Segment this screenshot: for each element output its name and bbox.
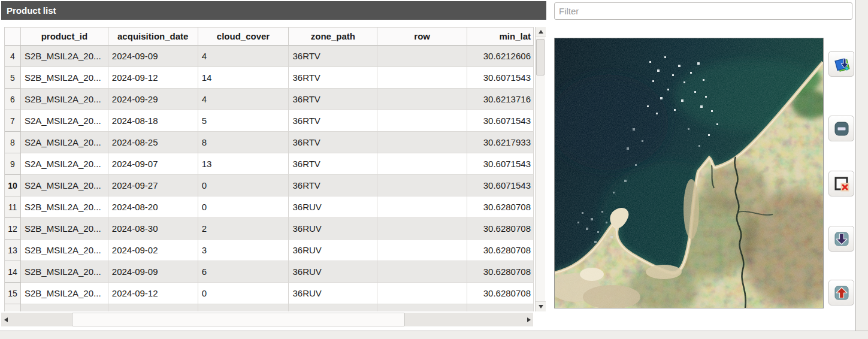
cell-row[interactable] (377, 283, 467, 304)
cell-zone-path[interactable]: 36RTV (289, 175, 377, 196)
cell-row[interactable] (377, 261, 467, 283)
cell-acquisition-date[interactable]: 2024-09-09 (108, 46, 198, 67)
cell-min-lat[interactable]: 30.6071543 (467, 153, 534, 175)
cell-product-id[interactable]: S2A_MSIL2A_20... (21, 175, 108, 196)
cell-product-id[interactable]: S2B_MSIL2A_20... (21, 304, 108, 311)
clear-selection-button[interactable] (828, 171, 854, 196)
row-number-cell[interactable]: 13 (5, 240, 21, 261)
cell-zone-path[interactable]: 36RTV (289, 67, 377, 89)
header-row[interactable]: row (377, 28, 467, 46)
table-row[interactable]: 16 S2B_MSIL2A_20... 2024-09-29 1 36RUV 3… (5, 304, 534, 311)
scroll-right-button[interactable] (524, 313, 533, 326)
cell-cloud-cover[interactable]: 13 (198, 153, 289, 175)
cell-min-lat[interactable]: 30.6280708 (467, 283, 534, 304)
cell-min-lat[interactable]: 30.6071543 (467, 67, 534, 89)
cell-acquisition-date[interactable]: 2024-09-29 (108, 304, 198, 311)
cell-acquisition-date[interactable]: 2024-08-18 (108, 110, 198, 132)
cell-product-id[interactable]: S2B_MSIL2A_20... (21, 261, 108, 283)
cell-product-id[interactable]: S2B_MSIL2A_20... (21, 283, 108, 304)
cell-min-lat[interactable]: 30.6071543 (467, 175, 534, 196)
cell-row[interactable] (377, 240, 467, 261)
cell-min-lat[interactable]: 30.6280708 (467, 218, 534, 240)
move-down-button[interactable] (828, 226, 854, 252)
cell-min-lat[interactable]: 30.6212606 (467, 46, 534, 67)
cell-zone-path[interactable]: 36RUV (289, 283, 377, 304)
table-row[interactable]: 5 S2B_MSIL2A_20... 2024-09-12 14 36RTV 3… (5, 67, 534, 89)
cell-zone-path[interactable]: 36RUV (289, 196, 377, 218)
cell-min-lat[interactable]: 30.6071543 (467, 110, 534, 132)
row-number-cell[interactable]: 11 (5, 196, 21, 218)
cell-acquisition-date[interactable]: 2024-09-07 (108, 153, 198, 175)
scroll-down-button[interactable] (536, 301, 546, 311)
cell-zone-path[interactable]: 36RUV (289, 240, 377, 261)
vscroll-thumb[interactable] (536, 39, 545, 75)
cell-cloud-cover[interactable]: 0 (198, 283, 289, 304)
table-row[interactable]: 4 S2B_MSIL2A_20... 2024-09-09 4 36RTV 30… (5, 46, 534, 67)
cell-cloud-cover[interactable]: 4 (198, 46, 289, 67)
cell-product-id[interactable]: S2A_MSIL2A_20... (21, 132, 108, 153)
row-number-cell[interactable]: 10 (5, 175, 21, 196)
cell-row[interactable] (377, 110, 467, 132)
row-number-cell[interactable]: 5 (5, 67, 21, 89)
cell-product-id[interactable]: S2B_MSIL2A_20... (21, 67, 108, 89)
scroll-left-button[interactable] (1, 313, 10, 326)
cell-zone-path[interactable]: 36RUV (289, 304, 377, 311)
table-row[interactable]: 8 S2A_MSIL2A_20... 2024-08-25 8 36RTV 30… (5, 132, 534, 153)
header-zone-path[interactable]: zone_path (289, 28, 377, 46)
cell-zone-path[interactable]: 36RTV (289, 153, 377, 175)
cell-acquisition-date[interactable]: 2024-09-27 (108, 175, 198, 196)
cell-min-lat[interactable]: 30.6213716 (467, 89, 534, 110)
hscroll-thumb[interactable] (72, 313, 405, 326)
row-number-cell[interactable]: 9 (5, 153, 21, 175)
map-preview[interactable] (554, 38, 824, 308)
cell-row[interactable] (377, 46, 467, 67)
cell-row[interactable] (377, 196, 467, 218)
cell-acquisition-date[interactable]: 2024-09-02 (108, 240, 198, 261)
cell-product-id[interactable]: S2B_MSIL2A_20... (21, 196, 108, 218)
table-row[interactable]: 14 S2B_MSIL2A_20... 2024-09-09 6 36RUV 3… (5, 261, 534, 283)
cell-cloud-cover[interactable]: 14 (198, 67, 289, 89)
cell-acquisition-date[interactable]: 2024-08-30 (108, 218, 198, 240)
header-corner[interactable] (5, 28, 21, 46)
cell-row[interactable] (377, 153, 467, 175)
row-number-cell[interactable]: 8 (5, 132, 21, 153)
cell-acquisition-date[interactable]: 2024-09-12 (108, 283, 198, 304)
cell-acquisition-date[interactable]: 2024-08-20 (108, 196, 198, 218)
cell-product-id[interactable]: S2B_MSIL2A_20... (21, 240, 108, 261)
cell-row[interactable] (377, 89, 467, 110)
header-product-id[interactable]: product_id (21, 28, 108, 46)
row-number-cell[interactable]: 4 (5, 46, 21, 67)
table-row[interactable]: 7 S2A_MSIL2A_20... 2024-08-18 5 36RTV 30… (5, 110, 534, 132)
cell-min-lat[interactable]: 30.6280708 (467, 196, 534, 218)
table-row[interactable]: 9 S2A_MSIL2A_20... 2024-09-07 13 36RTV 3… (5, 153, 534, 175)
cell-zone-path[interactable]: 36RTV (289, 89, 377, 110)
cell-product-id[interactable]: S2A_MSIL2A_20... (21, 110, 108, 132)
row-number-cell[interactable]: 16 (5, 304, 21, 311)
row-number-cell[interactable]: 12 (5, 218, 21, 240)
cell-zone-path[interactable]: 36RTV (289, 46, 377, 67)
cell-cloud-cover[interactable]: 1 (198, 304, 289, 311)
cell-row[interactable] (377, 132, 467, 153)
cell-row[interactable] (377, 67, 467, 89)
table-vscrollbar[interactable] (535, 27, 545, 311)
row-number-cell[interactable]: 7 (5, 110, 21, 132)
table-hscrollbar[interactable] (1, 313, 533, 326)
cell-zone-path[interactable]: 36RTV (289, 132, 377, 153)
cell-cloud-cover[interactable]: 0 (198, 175, 289, 196)
cell-min-lat[interactable]: 30.6280708 (467, 261, 534, 283)
add-layer-button[interactable] (828, 51, 854, 77)
cell-cloud-cover[interactable]: 6 (198, 261, 289, 283)
cell-cloud-cover[interactable]: 8 (198, 132, 289, 153)
cell-zone-path[interactable]: 36RTV (289, 110, 377, 132)
cell-zone-path[interactable]: 36RUV (289, 218, 377, 240)
cell-min-lat[interactable]: 30.6217933 (467, 132, 534, 153)
cell-zone-path[interactable]: 36RUV (289, 261, 377, 283)
cell-cloud-cover[interactable]: 5 (198, 110, 289, 132)
table-row[interactable]: 12 S2B_MSIL2A_20... 2024-08-30 2 36RUV 3… (5, 218, 534, 240)
cell-min-lat[interactable]: 30.6280708 (467, 304, 534, 311)
cell-row[interactable] (377, 175, 467, 196)
move-up-button[interactable] (828, 280, 854, 305)
table-row[interactable]: 10 S2A_MSIL2A_20... 2024-09-27 0 36RTV 3… (5, 175, 534, 196)
table-row[interactable]: 11 S2B_MSIL2A_20... 2024-08-20 0 36RUV 3… (5, 196, 534, 218)
filter-input[interactable] (554, 2, 852, 20)
